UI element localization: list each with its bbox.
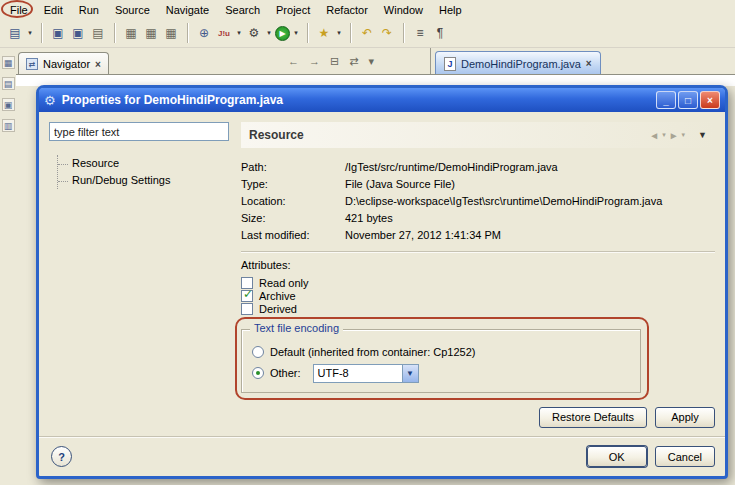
close-icon[interactable]: × <box>95 59 101 70</box>
menu-item-navigate[interactable]: Navigate <box>166 4 209 16</box>
dropdown-caret-icon[interactable]: ▾ <box>265 29 273 37</box>
next-edit-location-icon[interactable]: ↷ <box>378 24 396 42</box>
cancel-button[interactable]: Cancel <box>655 446 715 467</box>
search-icon[interactable]: ★ <box>315 24 333 42</box>
panel-buttons: Restore Defaults Apply <box>241 407 715 428</box>
menu-item-project[interactable]: Project <box>276 4 310 16</box>
radio-label[interactable]: Default (inherited from container: Cp125… <box>270 346 475 358</box>
menu-item-file[interactable]: File <box>10 4 28 16</box>
run-icon[interactable]: ▶ <box>275 26 290 41</box>
maximize-button[interactable]: □ <box>678 91 698 109</box>
field-label: Last modified: <box>241 229 345 241</box>
separator <box>241 251 715 253</box>
minimize-button[interactable]: _ <box>656 91 676 109</box>
default-encoding-radio[interactable] <box>252 346 264 358</box>
back-icon[interactable]: ◄ <box>649 130 659 141</box>
apply-button[interactable]: Apply <box>655 407 715 428</box>
menu-item-window[interactable]: Window <box>384 4 423 16</box>
help-button[interactable]: ? <box>51 446 72 467</box>
dropdown-caret-icon[interactable]: ▾ <box>26 29 34 37</box>
derived-checkbox[interactable] <box>241 303 253 315</box>
tab-editor-demohindiprogram[interactable]: J DemoHindiProgram.java × <box>435 51 601 75</box>
menu-item-source[interactable]: Source <box>115 4 150 16</box>
checkbox-label[interactable]: Read only <box>259 277 309 289</box>
main-toolbar: ▤ ▾ ▣ ▣ ▤ ▦ ▦ ▦ ⊕ J!u ▾ ⚙ ▾ ▶ ▾ ★ ▾ ↶ ↷ … <box>0 19 735 48</box>
minimized-view-icon[interactable]: ▤ <box>2 77 15 90</box>
field-label: Type: <box>241 178 345 190</box>
show-whitespace-icon[interactable]: ¶ <box>431 24 449 42</box>
minimized-view-icon[interactable]: ▦ <box>2 56 15 69</box>
field-location: Location: D:\eclipse-workspace\IgTest\sr… <box>241 192 715 209</box>
resource-fields: Path: /IgTest/src/runtime/DemoHindiProgr… <box>241 158 715 243</box>
new-wizard-icon[interactable]: ▤ <box>6 24 24 42</box>
close-button[interactable]: × <box>700 91 720 109</box>
ok-button[interactable]: OK <box>587 446 647 467</box>
field-label: Location: <box>241 195 345 207</box>
menu-item-edit[interactable]: Edit <box>44 4 63 16</box>
menu-item-help[interactable]: Help <box>439 4 462 16</box>
dialog-left-panel: Resource Run/Debug Settings <box>49 122 229 428</box>
toolbar-separator <box>41 23 42 43</box>
forward-icon[interactable]: ► <box>669 130 679 141</box>
filter-input[interactable] <box>49 122 229 141</box>
navigator-view-icon: ⇄ <box>26 58 38 70</box>
field-type: Type: File (Java Source File) <box>241 175 715 192</box>
group-label: Text file encoding <box>250 322 343 334</box>
toolbar-separator <box>307 23 308 43</box>
view-menu-icon[interactable]: ▾ <box>368 55 374 68</box>
text-file-encoding-group: Text file encoding Default (inherited fr… <box>241 329 641 393</box>
radio-row-default: Default (inherited from container: Cp125… <box>252 342 630 363</box>
new-class-icon[interactable]: ⊕ <box>195 24 213 42</box>
junit-icon[interactable]: J!u <box>215 24 233 42</box>
footer-buttons: OK Cancel <box>587 446 715 467</box>
tree-item-resource[interactable]: Resource <box>58 155 229 172</box>
field-last-modified: Last modified: November 27, 2012 1:41:34… <box>241 226 715 243</box>
field-value: File (Java Source File) <box>345 178 455 190</box>
format-icon[interactable]: ≡ <box>411 24 429 42</box>
toolbar-icon[interactable]: ▦ <box>142 24 160 42</box>
checkbox-row-archive: Archive <box>241 289 715 302</box>
checkbox-label[interactable]: Archive <box>259 290 296 302</box>
radio-row-other: Other: UTF-8 ▼ <box>252 363 630 384</box>
dropdown-caret-icon[interactable]: ▾ <box>235 29 243 37</box>
view-menu-icon[interactable]: ▼ <box>698 130 707 140</box>
dialog-titlebar[interactable]: ⚙ Properties for DemoHindiProgram.java _… <box>39 88 725 112</box>
chevron-down-icon[interactable]: ▼ <box>402 365 418 382</box>
dropdown-caret-icon[interactable]: ▾ <box>292 29 300 37</box>
encoding-combo[interactable]: UTF-8 ▼ <box>313 364 419 383</box>
forward-caret-icon[interactable]: ▾ <box>682 131 686 139</box>
menu-bar: File Edit Run Source Navigate Search Pro… <box>0 0 735 19</box>
archive-checkbox[interactable] <box>241 290 253 302</box>
page-navigation: ◄ ▾ ► ▾ ▼ <box>649 130 707 141</box>
menu-item-search[interactable]: Search <box>225 4 260 16</box>
previous-edit-location-icon[interactable]: ↶ <box>358 24 376 42</box>
collapse-all-icon[interactable]: ⊟ <box>330 55 339 68</box>
save-all-icon[interactable]: ▣ <box>69 24 87 42</box>
menu-item-refactor[interactable]: Refactor <box>326 4 368 16</box>
checkbox-label[interactable]: Derived <box>259 303 297 315</box>
back-icon[interactable]: ← <box>288 55 299 68</box>
minimized-view-icon[interactable]: ▣ <box>2 98 15 111</box>
back-caret-icon[interactable]: ▾ <box>662 131 666 139</box>
minimized-view-icon[interactable]: ▥ <box>2 119 15 132</box>
tree-item-run-debug-settings[interactable]: Run/Debug Settings <box>58 172 229 189</box>
encoding-combo-value: UTF-8 <box>314 365 402 382</box>
field-value: November 27, 2012 1:41:34 PM <box>345 229 501 241</box>
debug-icon[interactable]: ⚙ <box>245 24 263 42</box>
link-with-editor-icon[interactable]: ⇄ <box>349 55 358 68</box>
menu-item-run[interactable]: Run <box>79 4 99 16</box>
toolbar-icon[interactable]: ▦ <box>122 24 140 42</box>
editor-tab-strip: J DemoHindiProgram.java × <box>430 48 735 75</box>
other-encoding-radio[interactable] <box>252 367 264 379</box>
restore-defaults-button[interactable]: Restore Defaults <box>539 407 647 428</box>
print-icon[interactable]: ▤ <box>89 24 107 42</box>
dropdown-caret-icon[interactable]: ▾ <box>335 29 343 37</box>
tab-navigator[interactable]: ⇄ Navigator × <box>18 52 109 75</box>
field-value: D:\eclipse-workspace\IgTest\src\runtime\… <box>345 195 662 207</box>
save-icon[interactable]: ▣ <box>49 24 67 42</box>
toolbar-separator <box>187 23 188 43</box>
close-icon[interactable]: × <box>586 58 592 69</box>
toolbar-icon[interactable]: ▦ <box>162 24 180 42</box>
forward-icon[interactable]: → <box>309 55 320 68</box>
radio-label[interactable]: Other: <box>270 367 301 379</box>
